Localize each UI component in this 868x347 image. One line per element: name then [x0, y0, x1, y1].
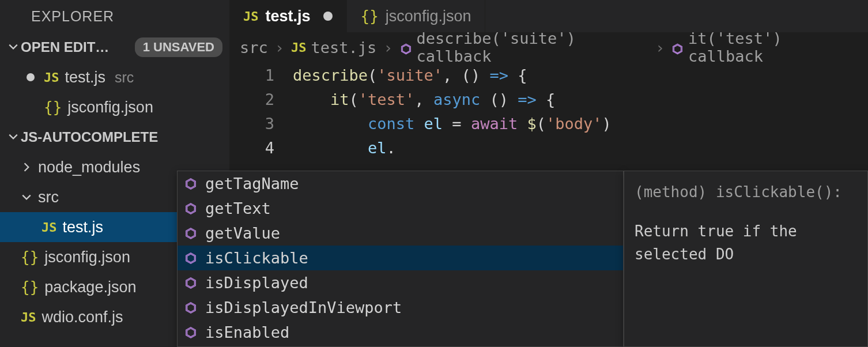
tab-test-js[interactable]: JS test.js — [229, 0, 347, 32]
method-icon — [183, 276, 198, 291]
code-text: el. — [293, 136, 396, 160]
unsaved-count-badge: 1 UNSAVED — [135, 37, 222, 57]
method-icon — [183, 325, 198, 340]
open-editors-label: OPEN EDIT… — [21, 39, 109, 55]
line-number: 1 — [229, 63, 293, 88]
tree-item-label: test.js — [63, 218, 104, 236]
chevron-right-icon: › — [275, 39, 284, 56]
suggest-widget: getTagNamegetTextgetValueisClickableisDi… — [177, 171, 624, 347]
json-file-icon: {} — [361, 7, 379, 25]
code-line[interactable]: 2 it('test', async () => { — [229, 88, 868, 112]
js-file-icon: JS — [243, 9, 259, 24]
suggest-item-label: getTagName — [205, 175, 299, 193]
suggest-item-label: getValue — [205, 224, 280, 242]
tab-label: jsconfig.json — [386, 7, 471, 25]
chevron-right-icon — [21, 159, 32, 176]
method-icon — [183, 226, 198, 241]
suggest-item-label: getText — [205, 199, 271, 217]
json-file-icon: {} — [21, 248, 39, 266]
line-number: 2 — [229, 88, 293, 112]
suggest-description: Return true if the selected DO — [635, 220, 857, 266]
suggest-item[interactable]: getText — [178, 196, 623, 221]
js-file-icon: JS — [21, 310, 36, 325]
js-file-icon: JS — [291, 40, 307, 55]
tree-item-label: node_modules — [38, 159, 140, 176]
tab-label: test.js — [266, 7, 311, 25]
tree-item-label: jsconfig.json — [44, 248, 130, 266]
breadcrumb-item[interactable]: JS test.js — [291, 39, 376, 56]
suggest-item[interactable]: isDisplayed — [178, 270, 623, 295]
chevron-down-icon — [8, 39, 21, 55]
suggest-docs-panel: (method) isClickable(): Return true if t… — [624, 171, 868, 347]
tree-item-label: wdio.conf.js — [42, 308, 123, 326]
breadcrumb-item[interactable]: src — [240, 39, 268, 56]
suggest-item[interactable]: getTagName — [178, 171, 623, 196]
open-editor-dir: src — [115, 69, 134, 86]
code-text: describe('suite', () => { — [293, 63, 527, 88]
code-text: const el = await $('body') — [293, 112, 612, 136]
chevron-down-icon — [21, 188, 32, 206]
editor-tab-bar: JS test.js {} jsconfig.json — [229, 0, 868, 32]
method-icon — [183, 201, 198, 216]
open-editors-header[interactable]: OPEN EDIT… 1 UNSAVED — [0, 32, 229, 62]
js-file-icon: JS — [41, 220, 57, 235]
code-line[interactable]: 1describe('suite', () => { — [229, 63, 868, 88]
chevron-down-icon — [8, 129, 21, 145]
explorer-title: EXPLORER — [0, 0, 229, 32]
suggest-signature: (method) isClickable(): — [635, 180, 857, 203]
method-icon — [183, 300, 198, 315]
chevron-right-icon: › — [655, 39, 665, 56]
suggest-item[interactable]: isClickable — [178, 246, 623, 270]
suggest-item[interactable]: isDisplayedInViewport — [178, 295, 623, 320]
suggest-item-label: isEnabled — [205, 323, 289, 341]
suggest-item-label: isClickable — [205, 249, 308, 267]
dirty-dot-icon — [27, 73, 35, 81]
code-editor[interactable]: 1describe('suite', () => {2 it('test', a… — [229, 62, 868, 160]
js-file-icon: JS — [44, 70, 59, 85]
suggest-item[interactable]: isEnabled — [178, 320, 623, 345]
method-icon — [183, 251, 198, 266]
cube-icon — [671, 41, 684, 54]
workspace-header[interactable]: JS-AUTOCOMPLETE — [0, 122, 229, 152]
breadcrumb[interactable]: src › JS test.js › describe('suite') cal… — [229, 32, 868, 62]
tree-item-label: package.json — [44, 278, 136, 296]
dirty-dot-icon — [323, 12, 333, 21]
chevron-right-icon: › — [383, 39, 393, 56]
open-editor-filename: test.js — [65, 69, 106, 86]
breadcrumb-item[interactable]: it('test') callback — [671, 29, 858, 65]
json-file-icon: {} — [44, 99, 62, 116]
tab-jsconfig[interactable]: {} jsconfig.json — [347, 0, 486, 32]
workspace-label: JS-AUTOCOMPLETE — [21, 129, 158, 145]
open-editor-item[interactable]: JS test.js src — [0, 62, 229, 92]
code-line[interactable]: 3 const el = await $('body') — [229, 112, 868, 136]
suggest-item[interactable]: getValue — [178, 221, 623, 246]
code-text: it('test', async () => { — [293, 88, 555, 112]
breadcrumb-item[interactable]: describe('suite') callback — [400, 29, 648, 65]
cube-icon — [400, 41, 412, 54]
json-file-icon: {} — [21, 278, 39, 296]
code-line[interactable]: 4 el. — [229, 136, 868, 160]
open-editor-filename: jsconfig.json — [67, 99, 153, 116]
line-number: 3 — [229, 112, 293, 136]
method-icon — [183, 176, 198, 191]
suggest-item-label: isDisplayed — [205, 274, 308, 292]
line-number: 4 — [229, 136, 293, 160]
open-editor-item[interactable]: {} jsconfig.json — [0, 92, 229, 122]
tree-item-label: src — [38, 188, 59, 206]
suggest-item-label: isDisplayedInViewport — [205, 299, 402, 316]
